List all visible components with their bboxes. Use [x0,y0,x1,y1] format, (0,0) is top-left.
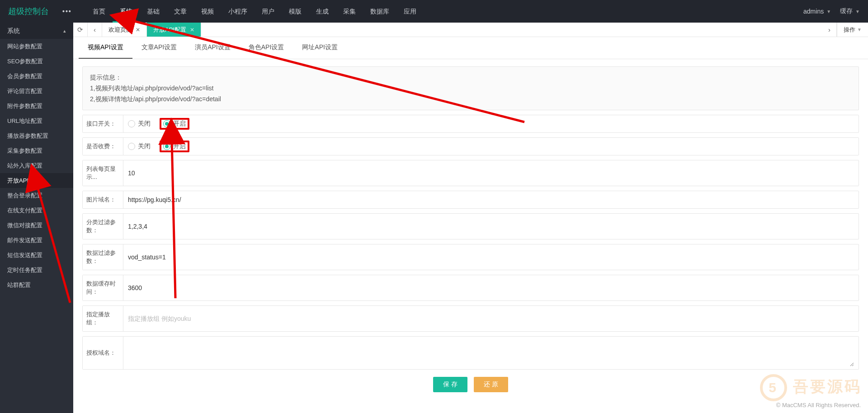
textarea-authdomain[interactable] [128,339,854,366]
sidebar-item-12[interactable]: 微信对接配置 [0,218,73,233]
reset-button[interactable]: 还 原 [474,377,508,392]
main-area: ⟳ ‹ 欢迎页面✕开放API配置✕ › 操作▼ 视频API设置文章API设置演员… [73,23,868,413]
nav-item-7[interactable]: 模版 [282,0,309,23]
sidebar-header[interactable]: 系统 ▴ [0,23,73,39]
nav-items: 首页系统基础文章视频小程序用户模版生成采集数据库应用 [85,0,803,23]
nav-item-3[interactable]: 文章 [167,0,194,23]
brand-title: 超级控制台 [8,6,49,17]
nav-item-1[interactable]: 系统 [113,0,140,23]
nav-item-8[interactable]: 生成 [309,0,336,23]
nav-item-10[interactable]: 数据库 [363,0,396,23]
input-cache[interactable] [128,284,854,291]
sub-tab-1[interactable]: 文章API设置 [132,37,186,59]
sub-tabs: 视频API设置文章API设置演员API设置角色API设置网址API设置 [73,37,868,59]
input-datafilter[interactable] [128,253,854,261]
nav-item-11[interactable]: 应用 [396,0,424,23]
sidebar-item-8[interactable]: 站外入库配置 [0,158,73,173]
sidebar-item-7[interactable]: 采集参数配置 [0,143,73,158]
sidebar-item-2[interactable]: 会员参数配置 [0,69,73,84]
sub-tab-2[interactable]: 演员API设置 [186,37,240,59]
tab-next-button[interactable]: › [822,23,837,37]
close-icon[interactable]: ✕ [136,27,140,33]
nav-item-9[interactable]: 采集 [336,0,363,23]
nav-item-2[interactable]: 基础 [140,0,167,23]
caret-down-icon: ▼ [855,9,860,14]
cache-dropdown[interactable]: 缓存▼ [840,7,860,15]
input-playgroup[interactable] [128,315,854,322]
sidebar-item-6[interactable]: 播放器参数配置 [0,128,73,143]
row-api-switch: 接口开关： 关闭 开启 [82,115,859,133]
sidebar-item-13[interactable]: 邮件发送配置 [0,233,73,248]
radio-charge-open[interactable]: 开启 [163,142,186,150]
caret-up-icon: ▴ [63,23,66,39]
sidebar-item-11[interactable]: 在线支付配置 [0,203,73,218]
top-navbar: 超级控制台 ••• 首页系统基础文章视频小程序用户模版生成采集数据库应用 adm… [0,0,868,23]
radio-charge-close[interactable]: 关闭 [128,142,151,150]
caret-down-icon: ▼ [826,9,831,14]
sidebar-item-10[interactable]: 整合登录配置 [0,188,73,203]
page-tab-0[interactable]: 欢迎页面✕ [102,23,147,37]
sidebar-item-3[interactable]: 评论留言配置 [0,84,73,99]
nav-item-4[interactable]: 视频 [194,0,221,23]
tab-prev-button[interactable]: ‹ [88,23,102,37]
sidebar-item-14[interactable]: 短信发送配置 [0,248,73,263]
sidebar-item-9[interactable]: 开放API配置 [0,173,73,188]
input-typefilter[interactable] [128,223,854,230]
operations-dropdown[interactable]: 操作▼ [837,23,868,37]
input-pagesize[interactable] [128,169,854,177]
save-button[interactable]: 保 存 [433,377,467,392]
watermark: 吾要源码 [760,374,862,401]
input-imgdomain[interactable] [128,196,854,203]
sidebar-item-5[interactable]: URL地址配置 [0,113,73,128]
refresh-button[interactable]: ⟳ [73,23,88,37]
footer-copyright: © MacCMS All Rights Reserved. [776,402,861,408]
sidebar-item-0[interactable]: 网站参数配置 [0,39,73,54]
nav-item-0[interactable]: 首页 [85,0,113,23]
user-dropdown[interactable]: admins▼ [803,8,831,15]
radio-switch-open[interactable]: 开启 [163,120,186,128]
page-tab-1[interactable]: 开放API配置✕ [147,23,201,37]
page-tab-bar: ⟳ ‹ 欢迎页面✕开放API配置✕ › 操作▼ [73,23,868,37]
nav-item-5[interactable]: 小程序 [221,0,255,23]
hint-box: 提示信息： 1,视频列表地址/api.php/provide/vod/?ac=l… [82,66,859,110]
radio-switch-close[interactable]: 关闭 [128,120,151,128]
more-icon[interactable]: ••• [62,8,72,15]
content-panel: 视频API设置文章API设置演员API设置角色API设置网址API设置 提示信息… [73,37,868,413]
sidebar: 系统 ▴ 网站参数配置SEO参数配置会员参数配置评论留言配置附件参数配置URL地… [0,23,73,413]
close-icon[interactable]: ✕ [190,27,194,33]
row-charge: 是否收费： 关闭 开启 [82,137,859,155]
sub-tab-0[interactable]: 视频API设置 [79,37,132,59]
sidebar-item-1[interactable]: SEO参数配置 [0,54,73,69]
sub-tab-3[interactable]: 角色API设置 [240,37,293,59]
sidebar-item-4[interactable]: 附件参数配置 [0,99,73,113]
sidebar-item-16[interactable]: 站群配置 [0,277,73,292]
sidebar-item-15[interactable]: 定时任务配置 [0,263,73,277]
sub-tab-4[interactable]: 网址API设置 [293,37,347,59]
nav-item-6[interactable]: 用户 [255,0,282,23]
